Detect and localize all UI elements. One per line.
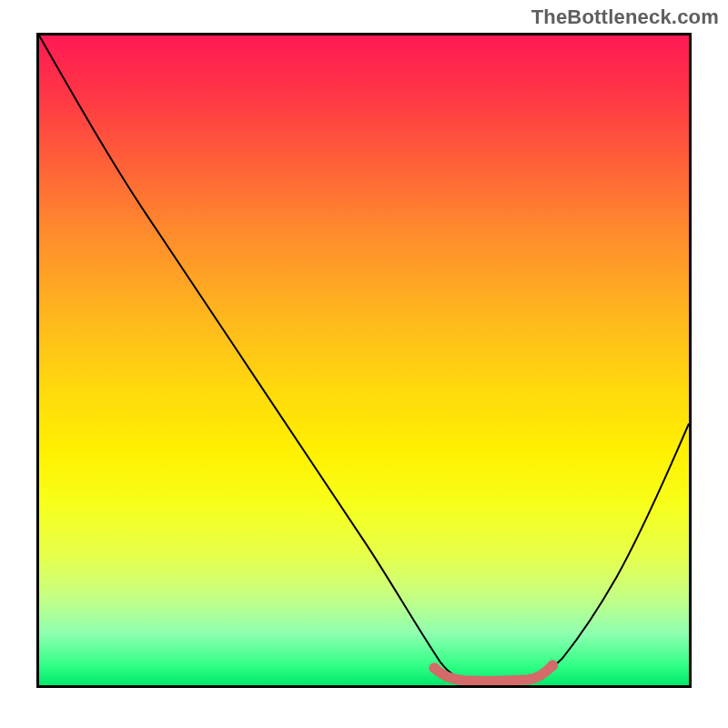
watermark-text: TheBottleneck.com bbox=[531, 5, 719, 29]
highlight-dot-end bbox=[547, 660, 558, 671]
highlight-segment bbox=[434, 665, 552, 681]
bottleneck-curve bbox=[39, 35, 689, 681]
chart-container: TheBottleneck.com bbox=[0, 0, 728, 728]
curve-layer bbox=[39, 35, 689, 685]
highlight-dot-start bbox=[429, 662, 440, 673]
plot-area bbox=[36, 33, 692, 688]
